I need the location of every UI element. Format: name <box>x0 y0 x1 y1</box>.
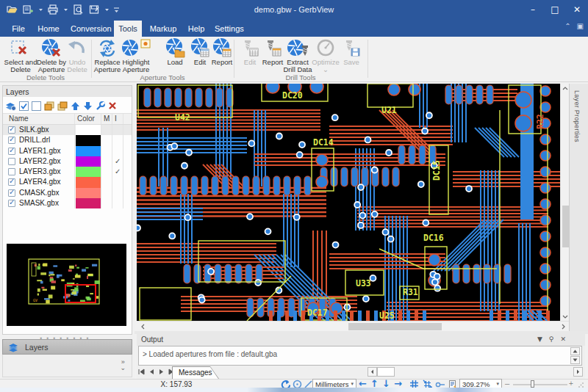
layer-visible-checkbox[interactable]: ✓ <box>8 126 15 134</box>
collapse-ribbon-icon[interactable]: ⌃ <box>564 22 570 30</box>
pcb-label-U42: U42 <box>175 112 190 123</box>
layer-color-swatch[interactable] <box>76 146 101 156</box>
prev-tab-icon[interactable] <box>149 369 154 375</box>
layer-color-swatch[interactable] <box>76 135 101 145</box>
move-down-icon[interactable] <box>83 101 93 111</box>
ribbon-button-highlight-aperture[interactable]: Highlight Aperture <box>115 38 157 73</box>
layer-settings-icon[interactable] <box>5 101 16 111</box>
horizontal-scrollbar[interactable] <box>137 321 569 331</box>
uncheck-all-icon[interactable] <box>32 101 41 111</box>
layers-panel-title: Layers <box>3 86 132 97</box>
board-overview-thumbnail[interactable]: GV <box>7 244 126 326</box>
layer-color-swatch[interactable] <box>76 156 101 167</box>
next-tab-icon[interactable] <box>159 369 164 375</box>
close-button[interactable]: ✕ <box>566 0 588 21</box>
layer-name: LAYER3.gbx <box>19 167 61 175</box>
layer-row-SMASK.gbx[interactable]: ✓ SMASK.gbx <box>3 198 132 208</box>
window-title: demo.gbw - GerbView <box>0 0 588 21</box>
layer-i-flag: ✓ <box>115 157 121 165</box>
layer-row-LAYER3.gbx[interactable]: LAYER3.gbx ✓ <box>3 167 132 177</box>
zoom-slider-handle[interactable] <box>531 380 534 388</box>
msg-scrollbar-thumb[interactable] <box>377 367 395 377</box>
move-back-icon[interactable] <box>57 101 68 111</box>
output-pin-icon[interactable]: ⚲ <box>549 335 554 343</box>
output-scroll-up[interactable] <box>570 347 580 355</box>
layer-row-LAYER4.gbx[interactable]: ✓ LAYER4.gbx <box>3 177 132 187</box>
layer-visible-checkbox[interactable]: ✓ <box>8 200 15 207</box>
layers-table: Name Color M I ✓ SILK.gbx ✓ DRILL.drl ✓ … <box>3 113 132 208</box>
tools-wrench-icon[interactable] <box>96 101 105 111</box>
output-close-icon[interactable]: ✕ <box>560 335 566 343</box>
pcb-label-DC16: DC16 <box>423 233 444 243</box>
horizontal-scrollbar-thumb[interactable] <box>348 323 442 330</box>
vertical-scrollbar-thumb[interactable] <box>562 206 569 247</box>
layers-collapsed-bar[interactable]: Layers <box>2 339 132 355</box>
layer-properties-tab-label[interactable]: Layer Properties <box>573 90 581 142</box>
msg-scroll-left[interactable] <box>368 367 377 377</box>
msg-scroll-right[interactable] <box>573 367 583 377</box>
layer-row-LAYER2.gbx[interactable]: LAYER2.gbx ✓ <box>3 156 132 167</box>
layer-row-SILK.gbx[interactable]: ✓ SILK.gbx <box>3 125 132 135</box>
pcb-viewport[interactable]: U42DC20U21DC14DC15DC16U33R31DC17U25R22 <box>137 84 560 321</box>
vertical-scrollbar[interactable] <box>560 84 569 321</box>
layer-color-swatch[interactable] <box>76 125 101 135</box>
output-scroll-down[interactable] <box>570 356 580 364</box>
maximize-button[interactable]: □ <box>544 0 566 21</box>
tab-home[interactable]: Home <box>37 21 60 37</box>
pcb-label-DC20: DC20 <box>282 90 303 101</box>
layer-i-flag: ✓ <box>115 167 121 175</box>
output-scrollbar[interactable] <box>570 347 581 364</box>
layer-row-CMASK.gbx[interactable]: ✓ CMASK.gbx <box>3 188 132 198</box>
first-tab-icon[interactable] <box>138 369 145 375</box>
layer-row-DRILL.drl[interactable]: ✓ DRILL.drl <box>3 135 132 145</box>
tab-markup[interactable]: Markup <box>149 21 177 37</box>
pcb-label-DC15: DC15 <box>431 160 442 181</box>
scroll-left-arrow[interactable] <box>138 322 147 331</box>
pcb-label-U21: U21 <box>381 105 397 115</box>
tab-tools[interactable]: Tools <box>114 21 142 37</box>
move-up-icon[interactable] <box>71 101 80 111</box>
tab-settings[interactable]: Settings <box>215 21 243 37</box>
layer-color-swatch[interactable] <box>76 198 101 208</box>
layer-visible-checkbox[interactable] <box>8 158 15 165</box>
layer-color-swatch[interactable] <box>76 177 101 187</box>
scroll-right-arrow[interactable] <box>559 322 567 331</box>
zoom-out-icon[interactable]: – <box>505 379 509 388</box>
ribbon-options-icon[interactable]: ▣ <box>577 22 584 30</box>
title-bar: demo.gbw - GerbView – □ ✕ <box>0 0 588 21</box>
tab-help[interactable]: Help <box>186 21 207 37</box>
ribbon: Select and DeleteDelete by ApertureUndo … <box>0 37 588 82</box>
window-bottom-edge <box>0 388 588 392</box>
move-front-icon[interactable] <box>44 101 54 111</box>
tab-file[interactable]: File <box>9 21 28 37</box>
highlight-aperture-icon <box>115 38 157 59</box>
layers-bar-label: Layers <box>25 343 49 352</box>
output-dropdown-icon[interactable]: ▼ <box>537 335 542 343</box>
expand-chevrons[interactable]: »⌄ <box>120 359 126 371</box>
layer-color-swatch[interactable] <box>76 188 101 198</box>
zoom-slider[interactable] <box>513 382 567 387</box>
layer-visible-checkbox[interactable]: ✓ <box>8 148 15 155</box>
zoom-in-icon[interactable]: + <box>569 380 573 388</box>
layer-row-LAYER1.gbx[interactable]: ✓ LAYER1.gbx <box>3 146 132 156</box>
output-panel: Output ▼ ⚲ ✕ > Loaded apertures from fil… <box>137 334 585 379</box>
output-tab-strip: Messages <box>137 366 585 379</box>
tab-conversion[interactable]: Conversion <box>71 21 107 37</box>
layer-visible-checkbox[interactable]: ✓ <box>8 189 15 197</box>
output-log[interactable]: > Loaded apertures from file : default.g… <box>138 346 582 366</box>
layers-table-header: Name Color M I <box>3 113 132 125</box>
output-h-scrollbar[interactable] <box>368 367 583 377</box>
layer-visible-checkbox[interactable]: ✓ <box>8 178 15 186</box>
ribbon-group-label: Drill Tools <box>257 73 345 81</box>
layer-name: CMASK.gbx <box>19 189 59 197</box>
layer-color-swatch[interactable] <box>76 167 101 177</box>
layer-name: DRILL.drl <box>19 136 50 144</box>
layer-visible-checkbox[interactable]: ✓ <box>8 137 15 144</box>
layer-visible-checkbox[interactable] <box>8 168 15 175</box>
check-all-icon[interactable] <box>19 101 29 111</box>
save-icon <box>330 38 373 59</box>
messages-tab[interactable]: Messages <box>172 366 219 379</box>
delete-x-icon[interactable] <box>108 101 117 110</box>
minimize-button[interactable]: – <box>522 0 544 21</box>
layer-properties-sidebar[interactable]: Layer Properties <box>569 84 588 331</box>
